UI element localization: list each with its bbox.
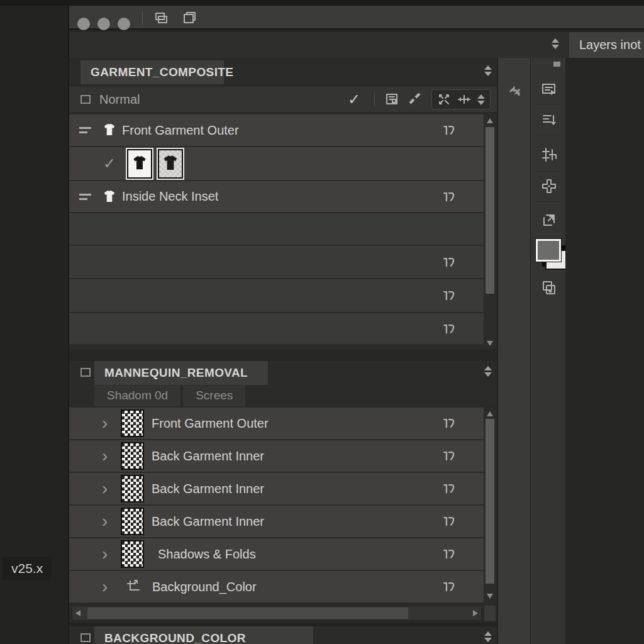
subtab-shadow[interactable]: Shadom 0d xyxy=(94,385,180,406)
transparency-thumbnail[interactable] xyxy=(121,540,144,568)
panel-checkbox[interactable] xyxy=(80,368,91,377)
mid-column xyxy=(497,58,530,644)
layer-label: Back Garment Inner xyxy=(152,514,264,529)
background-color-tab[interactable]: BACKGROUND_COLOR xyxy=(94,626,313,644)
blend-checkbox[interactable] xyxy=(80,95,91,104)
bounding-bracket-icon[interactable] xyxy=(442,322,456,336)
layer-row-background-color[interactable]: › Background_Color xyxy=(69,571,484,602)
subtab-screen[interactable]: Screes xyxy=(183,385,245,406)
transparency-thumbnail[interactable] xyxy=(121,442,144,470)
transparency-thumbnail[interactable] xyxy=(121,475,144,502)
restore-window-icon[interactable] xyxy=(182,11,197,26)
scroll-thumb[interactable] xyxy=(87,608,408,619)
layer-thumbnail-white[interactable] xyxy=(127,149,152,179)
empty-layer-row[interactable] xyxy=(69,246,484,278)
bounding-bracket-icon[interactable] xyxy=(442,547,456,561)
chevron-right-icon[interactable]: › xyxy=(102,545,116,563)
layer-label: Shadows & Folds xyxy=(158,547,256,562)
layer-row-shadows-folds[interactable]: › Shadows & Folds xyxy=(69,538,484,570)
bounding-bracket-icon[interactable] xyxy=(442,482,456,496)
window-minimize-button[interactable] xyxy=(97,18,110,30)
panel-options-group xyxy=(431,89,491,109)
panel-spinner-icon[interactable] xyxy=(484,65,492,76)
vertical-scrollbar[interactable] xyxy=(484,116,496,348)
chevron-right-icon[interactable]: › xyxy=(102,414,116,432)
layer-row-back-garment-inner[interactable]: › Back Garment Inner xyxy=(69,440,484,472)
export-frame-icon[interactable] xyxy=(540,211,558,229)
duplicate-window-icon[interactable] xyxy=(153,11,169,26)
empty-layer-row[interactable] xyxy=(69,313,484,344)
layer-row-back-garment-inner[interactable]: › Back Garment Inner xyxy=(69,506,484,537)
horizontal-scrollbar[interactable] xyxy=(72,606,482,621)
window-close-button[interactable] xyxy=(77,18,90,30)
blend-indicator-icon xyxy=(79,127,92,133)
scroll-thumb[interactable] xyxy=(486,127,494,294)
align-distribute-icon[interactable] xyxy=(540,146,558,164)
layer-row-back-garment-inner[interactable]: › Back Garment Inner xyxy=(69,473,484,504)
layer-label: Background_Color xyxy=(152,580,257,594)
chevron-right-icon[interactable]: › xyxy=(102,513,116,530)
bounding-bracket-icon[interactable] xyxy=(442,580,456,594)
tab-layers[interactable]: Layers inot xyxy=(569,32,644,58)
chevron-right-icon[interactable]: › xyxy=(102,447,116,465)
scroll-down-icon[interactable] xyxy=(487,341,493,346)
scroll-down-icon[interactable] xyxy=(487,594,493,599)
blend-subtabs: Shadom 0d Screes xyxy=(69,385,497,406)
smart-filter-icon[interactable] xyxy=(385,92,400,107)
foreground-color-swatch[interactable] xyxy=(536,239,561,262)
chevron-right-icon[interactable]: › xyxy=(102,480,116,497)
scroll-left-icon[interactable] xyxy=(75,610,80,616)
garment-composite-tab[interactable]: GARMENT_COMPOSITE xyxy=(80,60,224,84)
panel-header-background-color[interactable]: BACKGROUND_COLOR xyxy=(69,626,497,644)
empty-layer-row[interactable] xyxy=(69,213,484,245)
vertical-scrollbar[interactable] xyxy=(484,409,496,601)
layer-thumbnail-checker[interactable] xyxy=(158,149,183,179)
duplicate-layer-icon[interactable] xyxy=(540,279,558,297)
bounding-bracket-icon[interactable] xyxy=(442,255,456,269)
dpad-cross-icon[interactable] xyxy=(540,177,558,195)
bounding-bracket-icon[interactable] xyxy=(442,123,456,137)
confirm-check-icon[interactable]: ✓ xyxy=(348,91,360,108)
value-spinner-icon[interactable] xyxy=(477,94,485,105)
check-icon[interactable]: ✓ xyxy=(103,155,116,172)
chevron-right-icon[interactable]: › xyxy=(102,578,116,596)
thumbnail-row[interactable]: ✓ xyxy=(69,147,484,180)
bounding-bracket-icon[interactable] xyxy=(442,514,456,528)
scroll-up-icon[interactable] xyxy=(487,411,493,416)
merge-arrows-icon[interactable] xyxy=(437,92,451,106)
layer-row-front-garment-outer[interactable]: › Front Garment Outer xyxy=(69,408,484,439)
transparency-thumbnail[interactable] xyxy=(121,508,144,535)
mannequin-removal-tab[interactable]: MANNEQUIN_REMOVAL xyxy=(94,361,268,385)
layer-row-front-garment-outer[interactable]: Front Garment Outer xyxy=(69,114,484,146)
crop-adjust-icon[interactable] xyxy=(125,578,142,596)
align-slider-icon[interactable] xyxy=(457,92,471,106)
panel-spinner-icon[interactable] xyxy=(484,631,492,642)
bounding-bracket-icon[interactable] xyxy=(442,190,456,204)
scroll-right-icon[interactable] xyxy=(473,610,478,616)
left-margin-strip: v25.x xyxy=(0,6,69,644)
link-icon[interactable] xyxy=(408,92,423,107)
sort-layers-down-icon[interactable] xyxy=(540,111,558,128)
layer-list-play-icon[interactable] xyxy=(540,80,558,98)
panel-header-garment-composite[interactable]: GARMENT_COMPOSITE xyxy=(69,60,497,84)
panel-header-mannequin-removal[interactable]: MANNEQUIN_REMOVAL xyxy=(69,361,497,385)
blend-mode-value[interactable]: Normal xyxy=(99,92,140,107)
bounding-bracket-icon[interactable] xyxy=(442,449,456,463)
panel-checkbox[interactable] xyxy=(80,633,91,642)
mannequin-layer-list: › Front Garment Outer › Back Garment Inn… xyxy=(69,408,497,602)
tshirt-icon xyxy=(102,122,117,138)
window-zoom-button[interactable] xyxy=(118,18,130,30)
right-background xyxy=(565,58,644,644)
empty-layer-row[interactable] xyxy=(69,279,484,312)
foreground-background-swatches[interactable] xyxy=(535,239,570,273)
bounding-bracket-icon[interactable] xyxy=(442,416,456,430)
panel-spinner-icon[interactable] xyxy=(484,366,492,377)
scroll-thumb[interactable] xyxy=(486,419,494,584)
bounding-bracket-icon[interactable] xyxy=(442,289,456,303)
collapse-panel-icon[interactable] xyxy=(508,84,522,98)
sidebar-handle[interactable] xyxy=(553,62,560,67)
panel-spinner-icon[interactable] xyxy=(552,38,559,49)
scroll-up-icon[interactable] xyxy=(487,118,493,123)
layer-row-inside-neck-inset[interactable]: Inside Neck Inset xyxy=(69,181,484,212)
transparency-thumbnail[interactable] xyxy=(121,409,144,437)
